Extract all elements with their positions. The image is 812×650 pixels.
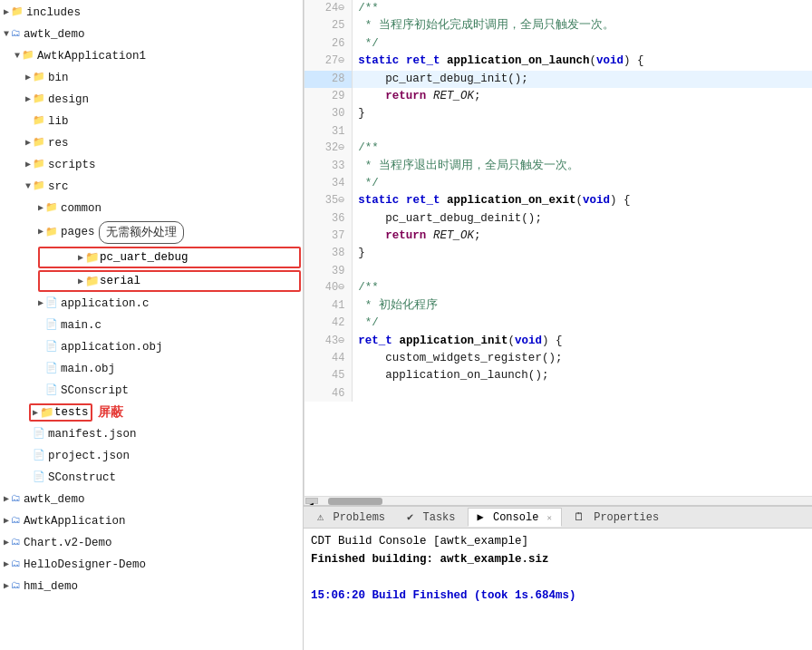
- sidebar-item-hmi-demo[interactable]: ▶ 🗂 hmi_demo: [0, 576, 303, 597]
- sidebar-item-chart-v2[interactable]: ▶ 🗂 Chart.v2-Demo: [0, 532, 303, 554]
- sidebar-item-main-c[interactable]: ▶ 📄 main.c: [0, 315, 303, 336]
- sidebar-item-hello-designer[interactable]: ▶ 🗂 HelloDesigner-Demo: [0, 554, 303, 576]
- annotation-shield: 屏蔽: [98, 404, 123, 421]
- file-obj-icon: 📄: [45, 361, 58, 377]
- scroll-thumb[interactable]: [328, 498, 382, 505]
- sidebar-item-awtkapplication1[interactable]: ▼ 📁 AwtkApplication1: [0, 45, 303, 67]
- sidebar-item-label: scripts: [48, 156, 96, 174]
- sidebar-item-tests[interactable]: ▶ 📁 tests 屏蔽: [0, 402, 303, 423]
- panel-tabs: ⚠ Problems ✔ Tasks ▶ Console ✕ 🗒 Propert…: [304, 507, 812, 529]
- sidebar-item-application-obj[interactable]: ▶ 📄 application.obj: [0, 336, 303, 358]
- folder-icon: 📁: [22, 48, 34, 64]
- line-number: 43⊖: [304, 333, 353, 350]
- sidebar-item-res[interactable]: ▶ 📁 res: [0, 132, 303, 154]
- folder-icon: 📁: [33, 157, 45, 173]
- console-line-4: 15:06:20 Build Finished (took 1s.684ms): [311, 587, 805, 605]
- arrow-icon: ▶: [38, 201, 44, 216]
- code-line-42: 42 */: [304, 315, 812, 332]
- console-content: CDT Build Console [awtk_example] Finishe…: [304, 529, 812, 650]
- line-content: }: [353, 245, 812, 262]
- line-number: 42: [304, 315, 353, 332]
- line-content: custom_widgets_register();: [353, 350, 812, 367]
- file-c-icon: 📄: [45, 296, 58, 312]
- sidebar-item-pc-uart-debug[interactable]: ▶ 📁 pc_uart_debug: [38, 247, 301, 268]
- sidebar-item-common[interactable]: ▶ 📁 common: [0, 198, 303, 219]
- code-line-39: 39: [304, 263, 812, 280]
- console-line-1: CDT Build Console [awtk_example]: [311, 532, 805, 550]
- sidebar-item-manifest-json[interactable]: ▶ 📄 manifest.json: [0, 423, 303, 445]
- line-number: 27⊖: [304, 53, 353, 70]
- arrow-icon: ▶: [38, 225, 44, 239]
- sidebar-item-label: SConscript: [61, 382, 129, 400]
- sidebar-item-src[interactable]: ▼ 📁 src: [0, 176, 303, 198]
- tab-console[interactable]: ▶ Console ✕: [468, 508, 562, 527]
- sidebar-item-design[interactable]: ▶ 📁 design: [0, 89, 303, 111]
- arrow-icon: ▶: [25, 71, 31, 85]
- code-line-35: 35⊖ static ret_t application_on_exit(voi…: [304, 192, 812, 209]
- tab-tasks[interactable]: ✔ Tasks: [397, 508, 465, 527]
- line-number: 32⊖: [304, 140, 353, 157]
- sidebar-item-project-json[interactable]: ▶ 📄 project.json: [0, 445, 303, 467]
- line-content: static ret_t application_on_launch(void)…: [353, 53, 812, 70]
- sidebar-item-label: src: [48, 178, 69, 196]
- sidebar-item-awtk-demo2[interactable]: ▶ 🗂 awtk_demo: [0, 489, 303, 510]
- line-number: 45: [304, 367, 353, 384]
- sidebar-item-serial[interactable]: ▶ 📁 serial: [38, 270, 301, 292]
- sidebar-item-label: main.c: [61, 316, 102, 335]
- project-icon: 🗂: [11, 491, 21, 508]
- code-line-29: 29 return RET_OK;: [304, 88, 812, 105]
- arrow-icon: ▶: [4, 492, 9, 507]
- sidebar-item-lib[interactable]: ▶ 📁 lib: [0, 111, 303, 132]
- horizontal-scrollbar[interactable]: ◀: [304, 496, 812, 505]
- folder-icon: 📁: [85, 250, 100, 265]
- sidebar-item-includes[interactable]: ▶ 📁 includes: [0, 2, 303, 24]
- line-content: /**: [353, 140, 812, 157]
- arrow-icon: ▶: [4, 5, 9, 20]
- line-number: 39: [304, 263, 353, 280]
- sidebar-item-sconscript[interactable]: ▶ 📄 SConscript: [0, 380, 303, 402]
- tab-properties[interactable]: 🗒 Properties: [564, 508, 669, 527]
- code-line-41: 41 * 初始化程序: [304, 297, 812, 315]
- sidebar-item-label: Chart.v2-Demo: [24, 534, 112, 552]
- scroll-left-btn[interactable]: ◀: [305, 498, 318, 504]
- code-line-24: 24⊖ /**: [304, 0, 812, 17]
- arrow-icon: ▶: [78, 276, 83, 286]
- line-number: 46: [304, 385, 353, 403]
- sidebar-item-bin[interactable]: ▶ 📁 bin: [0, 67, 303, 89]
- bottom-panel: ⚠ Problems ✔ Tasks ▶ Console ✕ 🗒 Propert…: [304, 505, 812, 650]
- sidebar-item-pages[interactable]: ▶ 📁 pages 无需额外处理: [0, 219, 303, 246]
- folder-icon: 📁: [85, 274, 100, 288]
- line-number: 28: [304, 71, 353, 88]
- code-scroll-area[interactable]: 24⊖ /** 25 * 当程序初始化完成时调用，全局只触发一次。 26 */: [304, 0, 812, 496]
- project-icon: 🗂: [11, 578, 21, 595]
- line-content: * 当程序初始化完成时调用，全局只触发一次。: [353, 17, 812, 34]
- sidebar-item-label: AwtkApplication: [24, 512, 126, 530]
- file-txt-icon: 📄: [33, 426, 45, 442]
- sidebar-item-scripts[interactable]: ▶ 📁 scripts: [0, 154, 303, 176]
- sidebar-item-label: tests: [54, 406, 89, 419]
- sidebar-item-application-c[interactable]: ▶ 📄 application.c: [0, 293, 303, 315]
- code-line-46: 46: [304, 385, 812, 403]
- project-icon: 🗂: [11, 26, 21, 43]
- sidebar-item-label: SConstruct: [48, 469, 116, 487]
- tab-label: Properties: [594, 511, 659, 524]
- arrow-icon: ▶: [25, 92, 31, 107]
- code-line-26: 26 */: [304, 35, 812, 53]
- line-number: 34: [304, 175, 353, 192]
- code-line-31: 31: [304, 123, 812, 141]
- line-number: 40⊖: [304, 279, 353, 296]
- sidebar-item-label: main.obj: [61, 360, 115, 378]
- sidebar-item-awtkapplication[interactable]: ▶ 🗂 AwtkApplication: [0, 510, 303, 532]
- console-line-3: [311, 568, 805, 587]
- sidebar-item-awtk-demo[interactable]: ▼ 🗂 awtk_demo: [0, 24, 303, 45]
- line-content: static ret_t application_on_exit(void) {: [353, 192, 812, 209]
- sidebar-item-main-obj[interactable]: ▶ 📄 main.obj: [0, 358, 303, 380]
- file-c-icon: 📄: [45, 317, 58, 334]
- tasks-icon: ✔: [407, 511, 413, 524]
- line-content: * 初始化程序: [353, 297, 812, 315]
- line-number: 31: [304, 123, 353, 141]
- tab-problems[interactable]: ⚠ Problems: [307, 508, 395, 527]
- code-line-34: 34 */: [304, 175, 812, 192]
- close-icon[interactable]: ✕: [547, 514, 552, 523]
- sidebar-item-sconstruct[interactable]: ▶ 📄 SConstruct: [0, 467, 303, 489]
